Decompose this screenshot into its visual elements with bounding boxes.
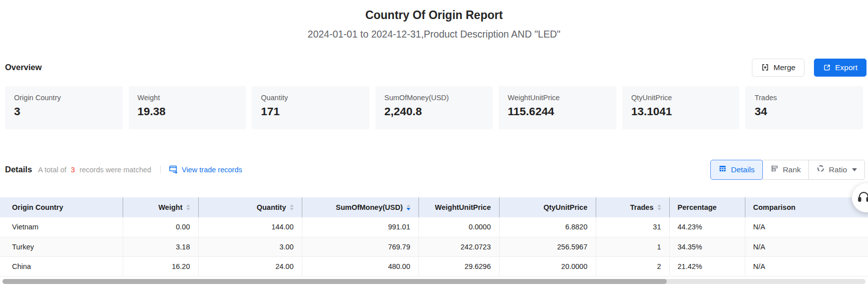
bar-chart-icon [770, 164, 779, 175]
export-button[interactable]: Export [814, 59, 866, 77]
column-label: Weight [158, 203, 182, 211]
summary-prefix: A total of [38, 166, 66, 174]
cell-qtyunitprice: 6.8820 [499, 217, 596, 237]
sort-caret-up [290, 204, 294, 207]
overview-card-label: Trades [754, 94, 854, 102]
tab-ratio[interactable]: Ratio [808, 160, 865, 180]
details-heading: Details [5, 165, 32, 174]
sort-caret-down [406, 208, 410, 210]
tab-rank[interactable]: Rank [762, 160, 809, 180]
column-header-trades[interactable]: Trades [596, 197, 669, 217]
view-mode-switch: Details Rank Ratio [710, 160, 865, 180]
tab-details[interactable]: Details [710, 160, 762, 180]
overview-card-value: 13.1041 [631, 105, 731, 118]
tab-ratio-label: Ratio [829, 165, 847, 174]
table-header-row: Origin CountryWeightQuantitySumOfMoney(U… [0, 197, 868, 217]
column-header-origin-country: Origin Country [0, 197, 123, 217]
overview-card-sumofmoney-usd: SumOfMoney(USD) 2,240.8 [375, 86, 493, 129]
column-header-weight[interactable]: Weight [123, 197, 198, 217]
overview-card-qtyunitprice: QtyUnitPrice 13.1041 [622, 86, 740, 129]
scrollbar-thumb[interactable] [3, 279, 667, 284]
export-button-label: Export [835, 63, 857, 72]
cell-percentage: 34.35% [669, 237, 745, 256]
overview-card-value: 2,240.8 [384, 105, 484, 118]
sort-caret-up [186, 204, 190, 207]
column-label: Percentage [678, 203, 717, 211]
column-label: WeightUnitPrice [435, 203, 491, 211]
cell-sumofmoney-usd: 991.01 [302, 217, 418, 237]
overview-card-label: SumOfMoney(USD) [384, 94, 484, 102]
cell-sumofmoney-usd: 480.00 [302, 256, 418, 276]
tab-rank-label: Rank [783, 165, 801, 174]
cell-origin-country: Vietnam [0, 217, 123, 237]
overview-card-weight: Weight 19.38 [129, 86, 246, 129]
cell-comparison: N/A [745, 256, 868, 276]
view-trade-records-label: View trade records [182, 166, 242, 174]
table-row-china: China16.2024.00480.0029.629620.0000221.4… [0, 256, 868, 276]
column-label: Trades [630, 203, 654, 211]
overview-card-trades: Trades 34 [745, 86, 863, 129]
toolbar-buttons: Merge Export [752, 59, 866, 77]
page-subtitle: 2024-01-01 to 2024-12-31,Product Descrip… [0, 29, 868, 40]
overview-card-value: 115.6244 [508, 105, 607, 118]
cell-qtyunitprice: 20.0000 [499, 256, 596, 276]
merge-cells-icon [761, 63, 769, 72]
overview-heading: Overview [5, 63, 42, 72]
sort-caret-down [290, 208, 294, 210]
cell-percentage: 21.42% [669, 256, 745, 276]
cell-qtyunitprice: 256.5967 [499, 237, 596, 256]
column-header-comparison: Comparison [745, 197, 868, 217]
overview-card-value: 171 [261, 105, 360, 118]
cell-trades: 1 [596, 237, 669, 256]
sort-caret-up [657, 204, 661, 207]
overview-cards: Origin Country 3 Weight 19.38 Quantity 1… [0, 86, 868, 129]
column-header-weightunitprice: WeightUnitPrice [418, 197, 499, 217]
sort-caret-down [657, 208, 661, 210]
trade-records-icon [169, 164, 178, 175]
sort-carets-icon[interactable] [657, 204, 661, 210]
tab-details-label: Details [731, 165, 754, 174]
overview-card-value: 19.38 [138, 105, 237, 118]
table-row-turkey: Turkey3.183.00769.79242.0723256.5967134.… [0, 237, 868, 256]
merge-button[interactable]: Merge [752, 59, 804, 77]
sort-carets-icon[interactable] [290, 204, 294, 210]
overview-card-quantity: Quantity 171 [252, 86, 369, 129]
cell-trades: 2 [596, 256, 669, 276]
overview-card-value: 3 [14, 105, 114, 118]
column-header-sumofmoney-usd[interactable]: SumOfMoney(USD) [302, 197, 418, 217]
cell-comparison: N/A [745, 237, 868, 256]
external-link-icon [823, 64, 831, 72]
overview-card-weightunitprice: WeightUnitPrice 115.6244 [499, 86, 616, 129]
cell-trades: 31 [596, 217, 669, 237]
sort-carets-icon[interactable] [406, 204, 410, 210]
table-grid-icon [718, 164, 727, 175]
column-header-quantity[interactable]: Quantity [198, 197, 302, 217]
view-trade-records-link[interactable]: View trade records [169, 164, 242, 175]
table-row-vietnam: Vietnam0.00144.00991.010.00006.88203144.… [0, 217, 868, 237]
column-header-percentage: Percentage [669, 197, 745, 217]
cell-weight: 16.20 [123, 256, 198, 276]
cell-sumofmoney-usd: 769.79 [302, 237, 418, 256]
cell-comparison: N/A [745, 217, 868, 237]
overview-card-value: 34 [754, 105, 854, 118]
sort-carets-icon[interactable] [186, 204, 190, 210]
cell-weightunitprice: 0.0000 [418, 217, 499, 237]
cell-weight: 0.00 [123, 217, 198, 237]
overview-card-label: Quantity [261, 94, 360, 102]
cell-percentage: 44.23% [669, 217, 745, 237]
vertical-divider [160, 166, 161, 173]
horizontal-scrollbar[interactable] [3, 279, 865, 284]
sort-caret-down [186, 208, 190, 210]
details-summary-group: Details A total of 3 records were matche… [5, 164, 242, 175]
overview-card-label: QtyUnitPrice [631, 94, 731, 102]
summary-suffix: records were matched [80, 166, 151, 174]
cell-quantity: 144.00 [198, 217, 302, 237]
overview-toolbar: Overview Merge [0, 58, 868, 77]
column-label: SumOfMoney(USD) [336, 203, 403, 211]
column-header-qtyunitprice: QtyUnitPrice [499, 197, 596, 217]
cell-quantity: 24.00 [198, 256, 302, 276]
headset-icon [857, 190, 868, 206]
page-title: Country Of Origin Report [0, 0, 868, 22]
details-table: Origin CountryWeightQuantitySumOfMoney(U… [0, 197, 868, 276]
caret-down-icon [852, 168, 857, 171]
